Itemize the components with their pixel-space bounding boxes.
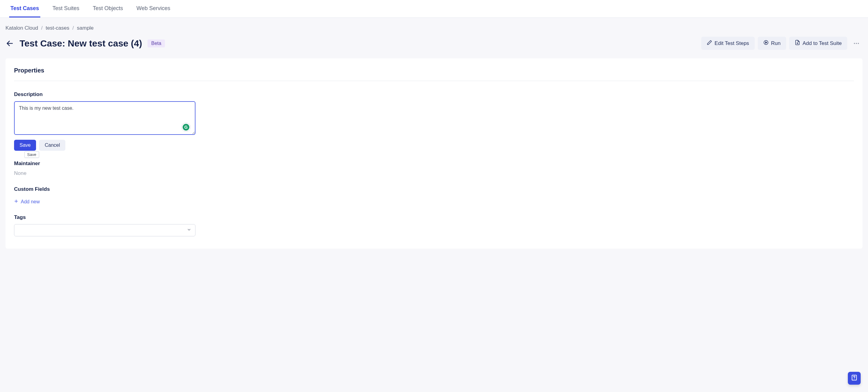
tab-test-cases[interactable]: Test Cases [9, 0, 40, 18]
breadcrumb-item[interactable]: sample [77, 25, 94, 31]
tags-section: Tags [14, 214, 854, 236]
maintainer-section: Maintainer None [14, 161, 854, 176]
add-to-test-suite-label: Add to Test Suite [803, 40, 842, 47]
more-actions-button[interactable] [850, 37, 863, 50]
back-arrow-icon[interactable] [5, 39, 14, 48]
page-title: Test Case: New test case (4) [20, 38, 142, 49]
description-section: Description G Save Cancel Save [14, 91, 854, 151]
add-new-label: Add new [21, 199, 40, 204]
custom-fields-label: Custom Fields [14, 186, 854, 192]
maintainer-label: Maintainer [14, 161, 854, 167]
top-nav: Test Cases Test Suites Test Objects Web … [0, 0, 868, 18]
tags-label: Tags [14, 214, 854, 221]
description-input[interactable] [14, 101, 195, 135]
tags-select[interactable] [14, 224, 195, 236]
tab-test-suites[interactable]: Test Suites [51, 0, 81, 18]
properties-panel: Properties Description G Save Cancel Sav… [5, 58, 863, 249]
grammarly-widget[interactable]: G [181, 122, 191, 132]
plus-icon [14, 199, 18, 204]
breadcrumb: Katalon Cloud / test-cases / sample [5, 25, 863, 31]
run-label: Run [771, 40, 781, 47]
edit-test-steps-button[interactable]: Edit Test Steps [701, 37, 755, 50]
breadcrumb-separator: / [72, 25, 74, 31]
properties-heading: Properties [14, 67, 854, 81]
breadcrumb-separator: / [41, 25, 43, 31]
cancel-button[interactable]: Cancel [39, 140, 65, 151]
save-tooltip: Save [25, 151, 39, 158]
page-body: Katalon Cloud / test-cases / sample Test… [0, 18, 868, 392]
custom-fields-section: Custom Fields Add new [14, 186, 854, 204]
beta-badge: Beta [148, 39, 165, 47]
page-header: Test Case: New test case (4) Beta Edit T… [5, 37, 863, 50]
edit-test-steps-label: Edit Test Steps [715, 40, 749, 47]
grammarly-icon: G [183, 124, 189, 131]
description-label: Description [14, 91, 854, 97]
chevron-down-icon [187, 227, 191, 233]
svg-point-6 [856, 43, 857, 44]
file-plus-icon [795, 40, 800, 47]
add-to-test-suite-button[interactable]: Add to Test Suite [789, 37, 847, 50]
save-button[interactable]: Save [14, 140, 36, 151]
help-fab[interactable] [848, 372, 861, 385]
breadcrumb-item[interactable]: Katalon Cloud [5, 25, 38, 31]
svg-point-7 [858, 43, 859, 44]
svg-marker-2 [765, 41, 767, 44]
play-circle-icon [763, 40, 769, 47]
header-actions: Edit Test Steps Run Add to Test Suite [701, 37, 863, 50]
tab-web-services[interactable]: Web Services [135, 0, 172, 18]
run-button[interactable]: Run [758, 37, 786, 50]
pencil-icon [707, 40, 712, 47]
help-icon [851, 374, 858, 382]
maintainer-value: None [14, 170, 854, 176]
svg-point-5 [854, 43, 855, 44]
tab-test-objects[interactable]: Test Objects [92, 0, 124, 18]
description-buttons: Save Cancel Save [14, 140, 854, 151]
svg-point-11 [854, 379, 855, 379]
add-new-custom-field[interactable]: Add new [14, 199, 40, 204]
header-left: Test Case: New test case (4) Beta [5, 38, 165, 49]
breadcrumb-item[interactable]: test-cases [46, 25, 69, 31]
